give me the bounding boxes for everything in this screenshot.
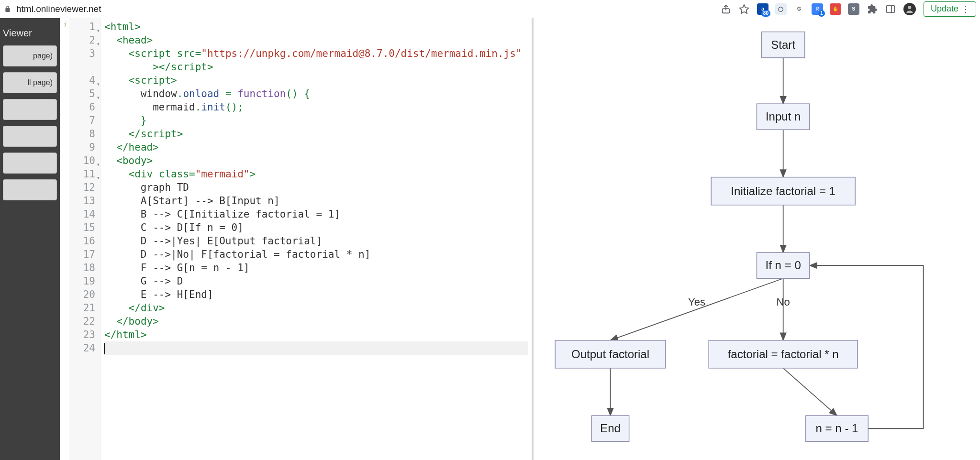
info-icon: i — [62, 20, 67, 29]
code-line[interactable]: </script> — [104, 127, 528, 141]
code-line[interactable]: </div> — [104, 301, 528, 315]
flow-node-A: Start — [762, 32, 805, 58]
sidebar-button-2[interactable] — [3, 99, 57, 120]
address-bar-url[interactable]: html.onlineviewer.net — [16, 4, 101, 14]
code-line[interactable]: <script> — [104, 74, 528, 87]
code-line[interactable]: D -->|No| F[factorial = factorial * n] — [104, 248, 528, 261]
code-line[interactable] — [104, 341, 528, 355]
code-line[interactable]: ></script> — [104, 60, 528, 74]
code-line[interactable]: <div class="mermaid"> — [104, 167, 528, 181]
gutter-line: 3 — [69, 47, 95, 60]
flow-node-label: factorial = factorial * n — [728, 348, 839, 361]
update-button[interactable]: Update ⋮ — [924, 1, 976, 17]
gutter-line: 6 — [69, 100, 95, 114]
sidebar-button-5[interactable] — [3, 179, 57, 200]
fold-icon[interactable]: ▾ — [97, 77, 100, 91]
sidebar-button-0[interactable]: page) — [3, 45, 57, 66]
gutter-line: 10▾ — [69, 154, 95, 167]
extension-circle-icon[interactable]: ◯ — [775, 3, 787, 15]
code-line[interactable]: </head> — [104, 141, 528, 154]
gutter-line: 8 — [69, 127, 95, 141]
sidebar-button-3[interactable] — [3, 126, 57, 147]
gutter-line: 15 — [69, 221, 95, 234]
flow-node-label: n = n - 1 — [816, 422, 858, 435]
extension-badge: 80 — [761, 10, 770, 17]
flow-node-D: If n = 0 — [757, 252, 810, 278]
extension-s-icon[interactable]: S — [848, 3, 859, 15]
code-line[interactable]: </html> — [104, 328, 528, 341]
flow-node-G: n = n - 1 — [806, 416, 868, 441]
sidebar-title: Viewer — [3, 28, 57, 39]
gutter-line: 17 — [69, 248, 95, 261]
star-icon[interactable] — [739, 4, 749, 14]
flow-node-H: End — [591, 416, 629, 441]
gutter-line: 16 — [69, 234, 95, 248]
code-line[interactable]: mermaid.init(); — [104, 100, 528, 114]
flow-node-B: Input n — [757, 104, 810, 130]
sidebar: Viewer page)ll page) — [0, 18, 60, 460]
profile-avatar[interactable] — [903, 3, 916, 15]
gutter-line: 12 — [69, 181, 95, 194]
share-icon[interactable] — [721, 4, 731, 14]
gutter-line: 22 — [69, 315, 95, 328]
svg-rect-2 — [887, 5, 895, 12]
code-line[interactable]: A[Start] --> B[Input n] — [104, 194, 528, 208]
flow-node-label: If n = 0 — [766, 259, 801, 272]
preview-pane: StartInput nInitialize factorial = 1If n… — [534, 18, 980, 460]
gutter-line: 1▾ — [69, 20, 95, 33]
code-line[interactable]: </body> — [104, 315, 528, 328]
code-line[interactable]: graph TD — [104, 181, 528, 194]
code-line[interactable]: window.onload = function() { — [104, 87, 528, 100]
extension-blue-r-icon[interactable]: R1 — [812, 3, 823, 15]
gutter-line: 9 — [69, 141, 95, 154]
code-area[interactable]: <html> <head> <script src="https://unpkg… — [100, 18, 532, 460]
gutter-line: 13 — [69, 194, 95, 208]
gutter-line: 21 — [69, 301, 95, 315]
flow-node-label: End — [600, 422, 621, 435]
gutter-line: 11▾ — [69, 167, 95, 181]
code-line[interactable]: <script src="https://unpkg.com/mermaid@8… — [104, 47, 528, 60]
flow-node-label: Start — [771, 38, 795, 51]
gutter-line: 23 — [69, 328, 95, 341]
code-line[interactable]: B --> C[Initialize factorial = 1] — [104, 208, 528, 221]
extension-google-colors-icon[interactable]: G — [793, 3, 805, 15]
gutter-line: 24 — [69, 341, 95, 355]
gutter-line: 7 — [69, 114, 95, 127]
fold-icon[interactable]: ▾ — [97, 24, 100, 37]
gutter-line: 2▾ — [69, 33, 95, 47]
code-line[interactable]: E --> H[End] — [104, 288, 528, 301]
sidebar-button-1[interactable]: ll page) — [3, 72, 57, 93]
svg-marker-1 — [740, 4, 748, 13]
gutter-line: 20 — [69, 288, 95, 301]
code-line[interactable]: <body> — [104, 154, 528, 167]
flow-node-F: factorial = factorial * n — [709, 340, 858, 368]
gutter-line: 4▾ — [69, 74, 95, 87]
browser-toolbar: html.onlineviewer.net a80◯GR1✋S Update ⋮ — [0, 0, 980, 18]
fold-icon[interactable]: ▾ — [97, 171, 100, 185]
code-editor[interactable]: i 1▾2▾34▾5▾678910▾11▾1213141516171819202… — [60, 18, 534, 460]
code-line[interactable]: C --> D[If n = 0] — [104, 221, 528, 234]
gutter-line: 14 — [69, 208, 95, 221]
sidebar-button-4[interactable] — [3, 153, 57, 174]
update-button-label: Update — [931, 4, 958, 14]
gutter-line: 19 — [69, 274, 95, 288]
extension-adblock-icon[interactable]: ✋ — [830, 3, 841, 15]
fold-icon[interactable]: ▾ — [97, 37, 100, 51]
extensions-icon[interactable] — [867, 4, 878, 14]
fold-icon[interactable]: ▾ — [97, 158, 100, 171]
flow-node-E: Output factorial — [555, 340, 666, 368]
line-gutter: 1▾2▾34▾5▾678910▾11▾121314151617181920212… — [69, 18, 100, 460]
flow-node-label: Output factorial — [571, 348, 649, 361]
code-line[interactable]: G --> D — [104, 274, 528, 288]
extension-ahrefs-icon[interactable]: a80 — [757, 3, 768, 15]
code-line[interactable]: <head> — [104, 33, 528, 47]
fold-icon[interactable]: ▾ — [97, 91, 100, 104]
code-line[interactable]: D -->|Yes| E[Output factorial] — [104, 234, 528, 248]
code-line[interactable]: } — [104, 114, 528, 127]
code-line[interactable]: F --> G[n = n - 1] — [104, 261, 528, 274]
svg-point-4 — [908, 6, 912, 9]
flow-node-label: Input n — [766, 110, 801, 123]
code-line[interactable]: <html> — [104, 20, 528, 33]
flow-edge-D-E — [611, 278, 783, 340]
panel-icon[interactable] — [885, 4, 896, 14]
